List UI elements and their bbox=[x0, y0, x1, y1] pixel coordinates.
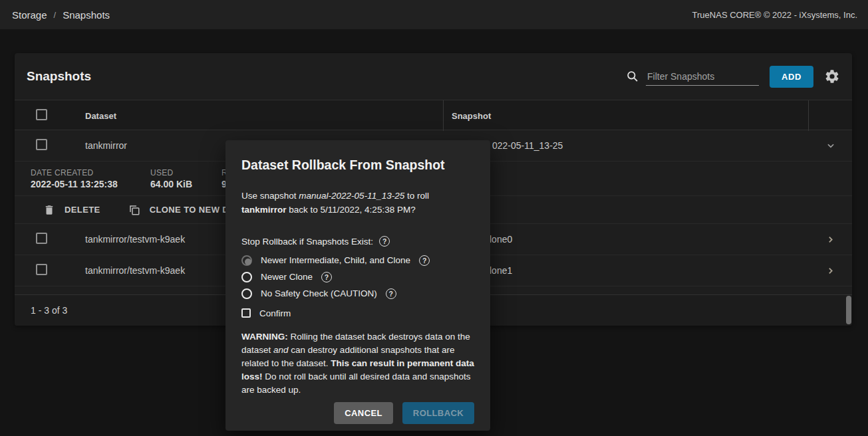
gear-icon[interactable] bbox=[824, 68, 840, 84]
page-title: Snapshots bbox=[27, 69, 91, 84]
snapshot-cell: lone1 bbox=[443, 265, 809, 276]
help-icon[interactable]: ? bbox=[419, 255, 430, 266]
dialog-buttons: CANCEL ROLLBACK bbox=[241, 402, 474, 424]
pagination-label: 1 - 3 of 3 bbox=[31, 305, 67, 316]
filter-input[interactable] bbox=[646, 68, 759, 86]
trash-icon bbox=[43, 204, 55, 216]
breadcrumb-item-snapshots[interactable]: Snapshots bbox=[63, 9, 110, 21]
card-controls: ADD bbox=[626, 66, 840, 88]
confirm-checkbox[interactable] bbox=[241, 308, 251, 318]
card-header: Snapshots ADD bbox=[15, 53, 852, 100]
scrollbar-thumb[interactable] bbox=[846, 296, 851, 324]
radio-option-no-safety-check[interactable]: No Safety Check (CAUTION) ? bbox=[241, 285, 474, 302]
snapshot-cell: lone0 bbox=[443, 234, 809, 245]
cancel-button[interactable]: CANCEL bbox=[334, 402, 393, 424]
rollback-button[interactable]: ROLLBACK bbox=[402, 402, 474, 424]
radio-button[interactable] bbox=[241, 288, 252, 299]
row-checkbox[interactable] bbox=[36, 233, 47, 244]
column-header-snapshot[interactable]: Snapshot bbox=[443, 100, 809, 131]
help-icon[interactable]: ? bbox=[321, 272, 332, 282]
copyright-text: TrueNAS CORE® © 2022 - iXsystems, Inc. bbox=[692, 10, 857, 20]
clone-to-new-dataset-button[interactable]: CLONE TO NEW DAT bbox=[128, 204, 241, 216]
confirm-checkbox-row[interactable]: Confirm bbox=[241, 306, 474, 320]
radio-option-newer-clone[interactable]: Newer Clone ? bbox=[241, 269, 474, 285]
radio-option-newer-intermediate[interactable]: Newer Intermediate, Child, and Clone ? bbox=[241, 252, 474, 269]
detail-field-used: USED 64.00 KiB bbox=[150, 167, 192, 190]
filter-wrap bbox=[626, 68, 759, 86]
column-header-dataset[interactable]: Dataset bbox=[72, 111, 443, 121]
snapshot-cell: 022-05-11_13-25 bbox=[443, 140, 809, 151]
table-header-row: Dataset Snapshot bbox=[15, 100, 852, 130]
delete-button[interactable]: DELETE bbox=[43, 204, 100, 216]
dialog-title: Dataset Rollback From Snapshot bbox=[241, 158, 474, 172]
row-checkbox[interactable] bbox=[36, 264, 47, 275]
topbar: Storage / Snapshots TrueNAS CORE® © 2022… bbox=[0, 0, 868, 29]
row-checkbox[interactable] bbox=[36, 139, 47, 150]
help-icon[interactable]: ? bbox=[386, 288, 396, 299]
chevron-right-icon[interactable] bbox=[809, 267, 852, 275]
stop-rollback-group-label: Stop Rollback if Snapshots Exist: ? bbox=[241, 235, 474, 248]
search-icon bbox=[626, 70, 639, 83]
rollback-dialog: Dataset Rollback From Snapshot Use snaps… bbox=[225, 140, 490, 431]
select-all-checkbox[interactable] bbox=[36, 109, 47, 120]
radio-button[interactable] bbox=[241, 272, 252, 282]
breadcrumb-separator: / bbox=[54, 10, 57, 20]
rollback-options: Newer Intermediate, Child, and Clone ? N… bbox=[241, 252, 474, 302]
clone-icon bbox=[128, 204, 140, 216]
confirm-label: Confirm bbox=[259, 308, 291, 318]
chevron-right-icon[interactable] bbox=[809, 235, 852, 244]
add-button[interactable]: ADD bbox=[770, 66, 813, 88]
breadcrumb: Storage / Snapshots bbox=[12, 9, 110, 21]
help-icon[interactable]: ? bbox=[379, 236, 390, 247]
warning-text: WARNING: Rolling the dataset back destro… bbox=[241, 330, 474, 397]
chevron-down-icon[interactable] bbox=[809, 141, 852, 150]
breadcrumb-item-storage[interactable]: Storage bbox=[12, 9, 47, 21]
detail-field-date-created: DATE CREATED 2022-05-11 13:25:38 bbox=[31, 167, 118, 190]
dialog-message: Use snapshot manual-2022-05-11_13-25 to … bbox=[241, 189, 474, 217]
radio-button[interactable] bbox=[241, 255, 252, 266]
